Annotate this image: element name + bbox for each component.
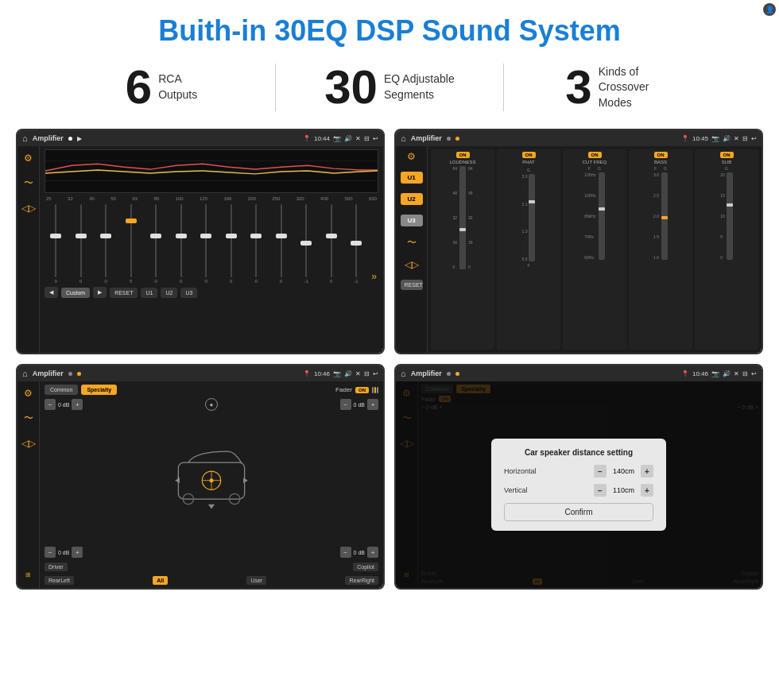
home-icon-2[interactable]: ⌂ <box>401 133 406 143</box>
sub-label: SUB <box>722 160 731 164</box>
u2-btn[interactable]: U2 <box>401 193 423 205</box>
distance-status-dot <box>455 372 459 376</box>
user-btn[interactable]: User <box>246 576 266 585</box>
close-icon-2[interactable]: ✕ <box>734 135 739 142</box>
fader-screen: ⌂ Amplifier 📍 10:46 📷 🔊 ✕ ⊟ ↩ ⚙ 〜 <box>17 365 383 588</box>
back-icon-4[interactable]: ↩ <box>751 370 757 377</box>
eq-preset-btn[interactable]: Custom <box>61 288 90 298</box>
volume-icon: 🔊 <box>344 135 352 142</box>
play-icon: ▶ <box>77 135 82 142</box>
module-cutfreq: ON CUT FREQ FG 100Hz100Hz80kHz70Hz60Hz <box>563 149 626 350</box>
close-icon-3[interactable]: ✕ <box>355 370 361 377</box>
screen-distance: ⌂ Amplifier 📍 10:46 📷 🔊 ✕ ⊟ ↩ <box>394 364 763 590</box>
location-icon-4: 📍 <box>681 370 689 377</box>
home-icon-4[interactable]: ⌂ <box>401 369 406 378</box>
loudness-on-badge[interactable]: ON <box>456 152 470 158</box>
home-icon[interactable]: ⌂ <box>22 133 28 143</box>
screens-grid: ⌂ Amplifier ▶ 📍 10:44 📷 🔊 ✕ ⊟ ↩ ⚙ <box>0 122 779 598</box>
fader-extra-icon[interactable]: ⊞ <box>25 571 31 578</box>
volume-icon-2: 🔊 <box>723 135 731 142</box>
dialog-overlay: Car speaker distance setting Horizontal … <box>396 381 762 588</box>
eq-slider-0: 0 <box>45 204 67 284</box>
back-icon-3[interactable]: ↩ <box>373 370 378 377</box>
camera-icon-3: 📷 <box>333 370 341 377</box>
status-dot <box>68 137 72 141</box>
screen-eq: ⌂ Amplifier ▶ 📍 10:44 📷 🔊 ✕ ⊟ ↩ ⚙ <box>16 129 385 354</box>
rearleft-btn[interactable]: RearLeft <box>45 576 74 585</box>
eq-slider-3: 5 <box>119 204 141 284</box>
eq-volume-icon[interactable]: ◁▷ <box>21 203 36 214</box>
vertical-minus-btn[interactable]: − <box>594 484 607 497</box>
vol-plus-lt[interactable]: + <box>72 399 83 410</box>
vol-minus-rt[interactable]: − <box>340 399 351 410</box>
eq-freq-labels: 2532405063 80100125160200 25032040050063… <box>45 196 378 201</box>
location-icon-2: 📍 <box>681 135 689 142</box>
eq-more-icon[interactable]: » <box>370 269 378 284</box>
vol-plus-rt[interactable]: + <box>367 399 378 410</box>
close-icon[interactable]: ✕ <box>355 135 361 142</box>
dialog-title: Car speaker distance setting <box>504 448 653 457</box>
camera-icon: 📷 <box>333 135 341 142</box>
vol-value-rb: 0 dB <box>354 550 365 555</box>
eq-prev-btn[interactable]: ◀ <box>45 287 58 298</box>
fader-filter-icon[interactable]: ⚙ <box>24 388 33 399</box>
back-icon-2[interactable]: ↩ <box>751 135 757 142</box>
all-btn[interactable]: All <box>153 576 168 585</box>
eq-slider-12: -1 <box>345 204 367 284</box>
eq-u1-btn[interactable]: U1 <box>141 288 157 298</box>
fader-on-toggle[interactable]: ON <box>355 387 369 393</box>
horizontal-value: 140cm <box>610 467 638 475</box>
tab-specialty[interactable]: Specialty <box>81 385 117 395</box>
phat-on-badge[interactable]: ON <box>522 152 536 158</box>
vol-minus-rb[interactable]: − <box>340 547 351 558</box>
cross-reset-btn[interactable]: RESET <box>401 280 423 290</box>
vol-minus-lt[interactable]: − <box>45 399 56 410</box>
sub-on-badge[interactable]: ON <box>720 152 734 158</box>
u1-btn[interactable]: U1 <box>401 172 423 184</box>
vertical-ctrl: − 110cm + <box>594 484 653 497</box>
eq-wave-icon[interactable]: 〜 <box>24 176 33 190</box>
stat-label-rca: RCAOutputs <box>158 72 197 102</box>
eq-filter-icon[interactable]: ⚙ <box>24 153 33 164</box>
eq-play-btn[interactable]: ▶ <box>93 287 107 298</box>
eq-u3-btn[interactable]: U3 <box>180 288 197 298</box>
copilot-btn[interactable]: Copilot <box>353 563 378 571</box>
loudness-label: LOUDNESS <box>449 160 475 164</box>
window-icon-4[interactable]: ⊟ <box>742 370 748 377</box>
vertical-plus-btn[interactable]: + <box>641 484 653 497</box>
cross-filter-icon[interactable]: ⚙ <box>407 151 416 162</box>
fader-wave-icon[interactable]: 〜 <box>24 412 33 425</box>
window-icon[interactable]: ⊟ <box>364 135 370 142</box>
horizontal-plus-btn[interactable]: + <box>641 465 653 478</box>
eq-slider-6: 0 <box>195 204 217 284</box>
fader-topbar: ⌂ Amplifier 📍 10:46 📷 🔊 ✕ ⊟ ↩ <box>17 365 383 381</box>
driver-btn[interactable]: Driver <box>45 563 68 571</box>
vol-plus-rb[interactable]: + <box>367 547 378 558</box>
eq-reset-btn[interactable]: RESET <box>110 288 138 298</box>
vol-minus-lb[interactable]: − <box>45 547 56 558</box>
eq-slider-7: 0 <box>219 204 242 284</box>
u3-btn[interactable]: U3 <box>401 215 423 226</box>
fader-vol-icon[interactable]: ◁▷ <box>21 438 36 449</box>
window-icon-2[interactable]: ⊟ <box>742 135 748 142</box>
bass-on-badge[interactable]: ON <box>654 152 668 158</box>
topbar-icons-2: 📍 10:45 📷 🔊 ✕ ⊟ ↩ <box>681 135 757 142</box>
home-icon-3[interactable]: ⌂ <box>22 369 28 378</box>
crossover-topbar: ⌂ Amplifier 📍 10:45 📷 🔊 ✕ ⊟ ↩ <box>396 130 762 146</box>
rearright-btn[interactable]: RearRight <box>345 576 378 585</box>
crossover-sidebar: ⚙ U1 U2 U3 〜 ◁▷ RESET <box>396 146 428 353</box>
eq-slider-5: 0 <box>169 204 192 284</box>
close-icon-4[interactable]: ✕ <box>734 370 739 377</box>
horizontal-minus-btn[interactable]: − <box>594 465 607 478</box>
tab-common[interactable]: Common <box>45 385 78 395</box>
cross-vol-icon[interactable]: ◁▷ <box>405 259 419 270</box>
cross-wave-icon[interactable]: 〜 <box>407 236 417 249</box>
cutfreq-on-badge[interactable]: ON <box>588 152 602 158</box>
back-icon[interactable]: ↩ <box>373 135 378 142</box>
camera-icon-4: 📷 <box>711 370 719 377</box>
window-icon-3[interactable]: ⊟ <box>364 370 370 377</box>
eq-u2-btn[interactable]: U2 <box>161 288 177 298</box>
confirm-button[interactable]: Confirm <box>504 503 653 521</box>
dialog-row-horizontal: Horizontal − 140cm + <box>504 465 653 478</box>
vol-plus-lb[interactable]: + <box>72 547 83 558</box>
